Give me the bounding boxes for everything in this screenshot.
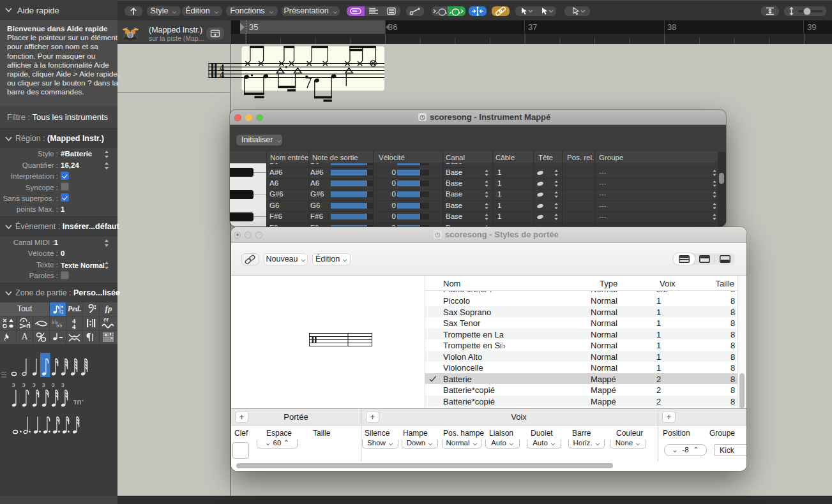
svg-text:3: 3 [22, 382, 26, 388]
svg-text:4: 4 [72, 323, 76, 330]
svg-text:3: 3 [52, 382, 55, 388]
svg-text:3: 3 [42, 382, 45, 388]
svg-text:3: 3 [61, 309, 63, 315]
svg-text:3: 3 [33, 382, 36, 388]
svg-text:3: 3 [12, 382, 15, 388]
svg-text:♭♭: ♭♭ [56, 322, 63, 329]
svg-text:3: 3 [61, 382, 64, 388]
svg-text:4: 4 [220, 70, 224, 80]
